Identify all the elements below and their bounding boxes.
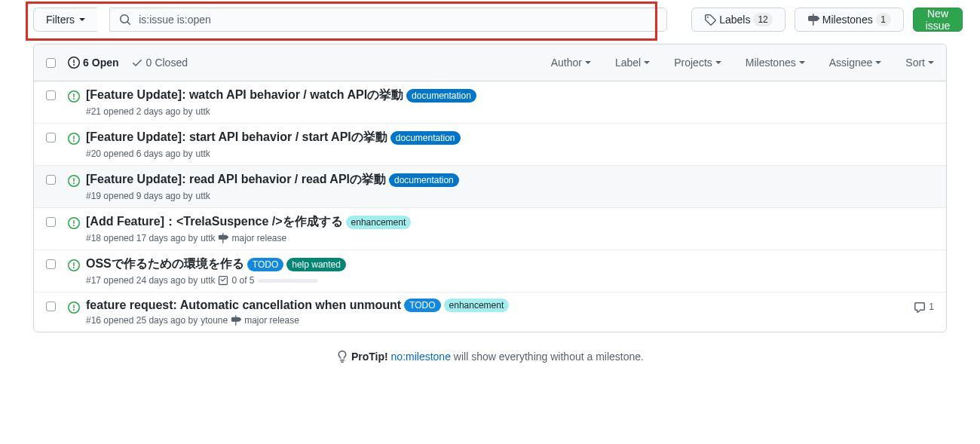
milestones-count: 1: [876, 13, 891, 26]
filter-label[interactable]: Label: [615, 57, 650, 69]
issue-open-icon: [68, 259, 80, 271]
issue-open-icon: [68, 175, 80, 187]
issue-title[interactable]: [Feature Update]: read API behavior / re…: [86, 172, 386, 188]
caret-down-icon: [79, 18, 85, 21]
filter-assignee[interactable]: Assignee: [829, 57, 882, 69]
issue-open-icon: [68, 302, 80, 314]
issue-opened-text: #20 opened 6 days ago by: [86, 149, 192, 159]
issues-header: 6 Open 0 Closed Author Label Projects Mi…: [34, 44, 946, 81]
caret-down-icon: [585, 61, 591, 64]
lightbulb-icon: [336, 351, 348, 363]
caret-down-icon: [875, 61, 881, 64]
issue-tasks[interactable]: 0 of 5: [218, 275, 317, 286]
issue-meta: #20 opened 6 days ago by uttk: [86, 149, 934, 159]
issue-author[interactable]: uttk: [201, 233, 215, 243]
milestone-icon: [231, 315, 241, 326]
protip-suffix: will show everything without a milestone…: [454, 351, 644, 363]
search-input-wrap[interactable]: [109, 8, 667, 32]
issue-row: [Feature Update]: watch API behavior / w…: [34, 81, 946, 124]
caret-down-icon: [799, 61, 805, 64]
milestones-label: Milestones: [822, 14, 873, 26]
issue-opened-text: #16 opened 25 days ago by: [86, 315, 198, 326]
issue-meta: #17 opened 24 days ago by uttk0 of 5: [86, 275, 934, 286]
issue-label[interactable]: documentation: [390, 131, 461, 145]
protip-link[interactable]: no:milestone: [391, 351, 451, 363]
issue-label[interactable]: help wanted: [286, 258, 346, 271]
issue-meta: #19 opened 9 days ago by uttk: [86, 191, 934, 201]
issue-main: OSSで作るための環境を作るTODOhelp wanted#17 opened …: [86, 256, 934, 286]
issue-author[interactable]: uttk: [201, 275, 215, 286]
caret-down-icon: [644, 61, 650, 64]
select-checkbox[interactable]: [46, 259, 56, 269]
issue-meta: #16 opened 25 days ago by ytounemajor re…: [86, 315, 914, 326]
search-input[interactable]: [137, 13, 657, 26]
issue-open-icon: [68, 57, 80, 69]
issue-row: feature request: Automatic cancellation …: [34, 292, 946, 332]
issue-opened-text: #19 opened 9 days ago by: [86, 191, 192, 201]
milestones-button[interactable]: Milestones 1: [795, 8, 904, 32]
caret-down-icon: [928, 61, 934, 64]
issue-label[interactable]: documentation: [389, 173, 459, 187]
caret-down-icon: [715, 61, 721, 64]
issue-title[interactable]: feature request: Automatic cancellation …: [86, 299, 401, 312]
issue-title[interactable]: OSSで作るための環境を作る: [86, 256, 244, 272]
issue-meta: #21 opened 2 days ago by uttk: [86, 106, 934, 117]
select-checkbox[interactable]: [46, 90, 56, 100]
labels-button[interactable]: Labels 12: [691, 8, 786, 32]
issue-label[interactable]: TODO: [404, 299, 440, 312]
issue-meta: #18 opened 17 days ago by uttkmajor rele…: [86, 233, 934, 243]
progress-bar: [258, 279, 318, 283]
check-icon: [131, 57, 143, 69]
filter-projects[interactable]: Projects: [674, 57, 721, 69]
issue-main: [Feature Update]: start API behavior / s…: [86, 130, 934, 159]
select-all-checkbox[interactable]: [46, 58, 56, 68]
select-checkbox[interactable]: [46, 217, 56, 227]
filter-milestones[interactable]: Milestones: [746, 57, 805, 69]
issue-opened-text: #17 opened 24 days ago by: [86, 275, 198, 286]
issue-open-icon: [68, 133, 80, 145]
select-checkbox[interactable]: [46, 302, 56, 311]
milestone-icon: [218, 233, 228, 243]
comment-icon: [914, 302, 926, 314]
issue-milestone[interactable]: major release: [218, 233, 286, 243]
issue-opened-text: #18 opened 17 days ago by: [86, 233, 198, 243]
search-icon: [119, 14, 131, 26]
issue-label[interactable]: enhancement: [444, 299, 510, 312]
labels-count: 12: [753, 13, 772, 26]
issue-row: [Feature Update]: start API behavior / s…: [34, 124, 946, 166]
issue-author[interactable]: uttk: [195, 106, 210, 117]
issues-box: 6 Open 0 Closed Author Label Projects Mi…: [33, 44, 947, 332]
issue-open-icon: [68, 90, 80, 103]
issue-title[interactable]: [Feature Update]: watch API behavior / w…: [86, 87, 403, 103]
filters-label: Filters: [46, 14, 75, 26]
select-checkbox[interactable]: [46, 133, 56, 142]
issue-author[interactable]: uttk: [195, 191, 210, 201]
filter-sort[interactable]: Sort: [905, 57, 934, 69]
protip: ProTip! no:milestone will show everythin…: [33, 351, 947, 363]
filter-author[interactable]: Author: [551, 57, 591, 69]
issue-opened-text: #21 opened 2 days ago by: [86, 106, 192, 117]
labels-label: Labels: [719, 14, 750, 26]
issue-row: OSSで作るための環境を作るTODOhelp wanted#17 opened …: [34, 250, 946, 292]
issue-label[interactable]: TODO: [247, 258, 283, 271]
issue-row: [Add Feature]：<TrelaSuspence />を作成するenha…: [34, 208, 946, 250]
issue-author[interactable]: ytoune: [201, 315, 228, 326]
issue-label[interactable]: documentation: [406, 89, 476, 103]
comments-link[interactable]: 1: [914, 302, 934, 326]
issue-title[interactable]: [Add Feature]：<TrelaSuspence />を作成する: [86, 214, 343, 230]
issue-label[interactable]: enhancement: [346, 216, 412, 229]
issue-row: [Feature Update]: read API behavior / re…: [34, 166, 946, 208]
issue-author[interactable]: uttk: [195, 149, 210, 159]
issue-main: [Feature Update]: read API behavior / re…: [86, 172, 934, 201]
issue-milestone[interactable]: major release: [231, 315, 299, 326]
milestone-icon: [807, 14, 819, 26]
tasklist-icon: [218, 275, 228, 286]
select-checkbox[interactable]: [46, 175, 56, 185]
open-state[interactable]: 6 Open: [68, 57, 119, 69]
closed-state[interactable]: 0 Closed: [131, 57, 188, 69]
issue-title[interactable]: [Feature Update]: start API behavior / s…: [86, 130, 387, 145]
tag-icon: [704, 14, 716, 26]
comments-count: 1: [929, 302, 934, 312]
filters-button[interactable]: Filters: [33, 8, 97, 32]
new-issue-button[interactable]: New issue: [913, 8, 963, 32]
